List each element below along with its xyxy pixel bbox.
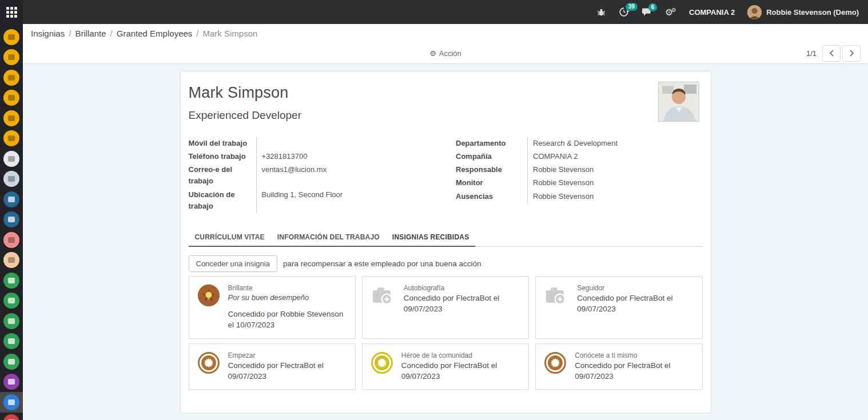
pager: 1/1 <box>806 43 861 63</box>
sidebar-app-icon-9[interactable] <box>0 189 23 210</box>
fields-column-right: Departamento Research & Development Comp… <box>456 137 703 213</box>
sidebar-app-icon-7[interactable] <box>0 149 23 169</box>
field-row: Teléfono trabajo +3281813700 <box>189 150 436 163</box>
tab-informacion-del-trabajo[interactable]: INFORMACIÓN DEL TRABAJO <box>271 229 386 246</box>
badge-card-autobiografia: Autobiografía Concedido por FlectraBot e… <box>362 276 529 339</box>
content-area: Mark Simpson Experienced Developer Móvil… <box>23 64 868 420</box>
user-menu[interactable]: Robbie Stevenson (Demo) <box>747 5 859 19</box>
badge-granted-text: Concedido por Robbie Stevenson el 10/07/… <box>228 309 347 331</box>
sidebar-app-icon-1[interactable] <box>0 27 23 47</box>
sidebar-app-icon-6[interactable] <box>0 129 23 149</box>
badge-title: Seguidor <box>577 284 694 292</box>
activities-clock-icon[interactable]: 39 <box>619 7 629 17</box>
breadcrumb-separator: / <box>196 29 198 38</box>
tab-curriculum-vitae[interactable]: CURRÍCULUM VITAE <box>189 229 271 246</box>
field-label: Correo-e del trabajo <box>189 163 256 188</box>
sidebar-app-icon-8[interactable] <box>0 169 23 190</box>
field-row: Móvil del trabajo <box>189 137 436 150</box>
badge-card-heroe-de-la-comunidad: Héroe de la comunidad Concedido por Flec… <box>362 343 529 390</box>
badge-card-seguidor: Seguidor Concedido por FlectraBot el 09/… <box>535 276 702 339</box>
sidebar-app-icon-10[interactable] <box>0 210 23 230</box>
action-menu-button[interactable]: ⚙ Acción <box>429 49 461 58</box>
sidebar-app-icon-17[interactable] <box>0 351 23 372</box>
badge-title: Empezar <box>228 351 347 359</box>
sidebar-app-icon-16[interactable] <box>0 331 23 352</box>
badge-granted-text: Concedido por FlectraBot el 09/07/2023 <box>577 293 694 315</box>
field-row: Ubicación de trabajo Building 1, Second … <box>189 189 436 213</box>
sidebar-app-icon-19[interactable] <box>0 392 23 413</box>
field-label: Responsable <box>456 163 527 177</box>
employee-fields: Móvil del trabajo Teléfono trabajo +3281… <box>189 137 703 213</box>
breadcrumb: Insignias / Brillante / Granted Employee… <box>23 24 868 43</box>
sidebar-app-icon-11[interactable] <box>0 230 23 250</box>
badge-description: Por su buen desempeño <box>228 293 347 302</box>
badge-granted-text: Concedido por FlectraBot el 09/07/2023 <box>404 293 520 315</box>
tabbar-divider <box>475 246 702 247</box>
sidebar-app-icon-12[interactable] <box>0 250 23 271</box>
badge-card-empezar: Empezar Concedido por FlectraBot el 09/0… <box>189 343 356 390</box>
sidebar-app-icon-2[interactable] <box>0 47 23 68</box>
badge-title: Brillante <box>228 284 347 292</box>
messages-chat-icon[interactable]: 6 <box>642 7 652 17</box>
field-value: COMPANIA 2 <box>527 150 703 163</box>
gear-icon: ⚙ <box>429 49 436 58</box>
field-label: Departamento <box>456 137 527 150</box>
apps-menu-button[interactable] <box>0 0 23 24</box>
action-label: Acción <box>439 49 461 58</box>
top-navbar: 39 6 ⚙⚙ COMPANIA 2 Robbie Stevenson (Dem… <box>0 0 868 24</box>
field-value: +3281813700 <box>256 150 436 163</box>
breadcrumb-link-brillante[interactable]: Brillante <box>75 29 106 38</box>
field-value: Robbie Stevenson <box>527 190 703 203</box>
badge-card-brillante: Brillante Por su buen desempeño Concedid… <box>189 276 356 339</box>
tab-insignias-recibidas[interactable]: INSIGNIAS RECIBIDAS <box>386 229 475 246</box>
field-label: Monitor <box>456 177 527 190</box>
sidebar-app-icon-13[interactable] <box>0 270 23 291</box>
settings-gears-icon[interactable]: ⚙⚙ <box>665 7 676 18</box>
badge-granted-text: Concedido por FlectraBot el 09/07/2023 <box>228 361 347 382</box>
field-value <box>256 137 436 150</box>
company-switcher[interactable]: COMPANIA 2 <box>689 8 735 17</box>
apps-grid-icon <box>6 7 17 18</box>
grant-badge-hint: para recompensar a este empleado por una… <box>283 259 481 268</box>
sidebar-app-icon-4[interactable] <box>0 88 23 109</box>
medal-starburst-icon <box>371 351 393 382</box>
notebook-tabs: CURRÍCULUM VITAE INFORMACIÓN DEL TRABAJO… <box>189 229 703 247</box>
breadcrumb-link-insignias[interactable]: Insignias <box>31 29 65 38</box>
badge-title: Autobiografía <box>404 284 520 292</box>
pager-previous-button[interactable] <box>822 45 841 62</box>
sidebar-app-icon-15[interactable] <box>0 311 23 331</box>
app-sidebar <box>0 24 23 420</box>
sidebar-app-icon-3[interactable] <box>0 67 23 88</box>
star-lightbulb-badge-icon <box>197 284 220 331</box>
field-row: Monitor Robbie Stevenson <box>456 177 703 190</box>
main-page: Insignias / Brillante / Granted Employee… <box>23 24 868 420</box>
badge-granted-text: Concedido por FlectraBot el 09/07/2023 <box>401 361 520 382</box>
field-value: Robbie Stevenson <box>527 177 703 190</box>
breadcrumb-link-granted-employees[interactable]: Granted Employees <box>117 29 193 38</box>
field-label: Compañía <box>456 150 527 163</box>
medal-starburst-icon <box>197 351 220 382</box>
sidebar-app-icon-18[interactable] <box>0 372 23 393</box>
sidebar-app-icon-5[interactable] <box>0 108 23 129</box>
field-value: ventas1@lucion.mx <box>256 163 436 188</box>
field-value: Robbie Stevenson <box>527 163 703 177</box>
grant-badge-button[interactable]: Conceder una insignia <box>189 255 277 272</box>
sidebar-app-icon-20[interactable] <box>0 413 23 420</box>
field-label: Teléfono trabajo <box>189 150 256 163</box>
breadcrumb-separator: / <box>69 29 71 38</box>
field-value: Building 1, Second Floor <box>256 189 436 213</box>
grant-badge-row: Conceder una insignia para recompensar a… <box>189 255 703 272</box>
field-label: Ausencias <box>456 190 527 203</box>
activities-count-badge: 39 <box>626 3 638 11</box>
bug-icon[interactable] <box>596 7 606 17</box>
medal-starburst-icon <box>544 351 567 382</box>
field-row: Compañía COMPANIA 2 <box>456 150 703 163</box>
badge-card-conocete-a-ti-mismo: Conócete a ti mismo Concedido por Flectr… <box>535 343 702 390</box>
employee-job-title: Experienced Developer <box>189 109 703 122</box>
sidebar-app-icon-14[interactable] <box>0 291 23 311</box>
camera-plus-placeholder-icon <box>544 284 569 331</box>
pager-next-button[interactable] <box>842 45 861 62</box>
badge-title: Conócete a ti mismo <box>575 351 694 359</box>
field-label: Móvil del trabajo <box>189 137 256 150</box>
employee-form-sheet: Mark Simpson Experienced Developer Móvil… <box>181 71 711 413</box>
